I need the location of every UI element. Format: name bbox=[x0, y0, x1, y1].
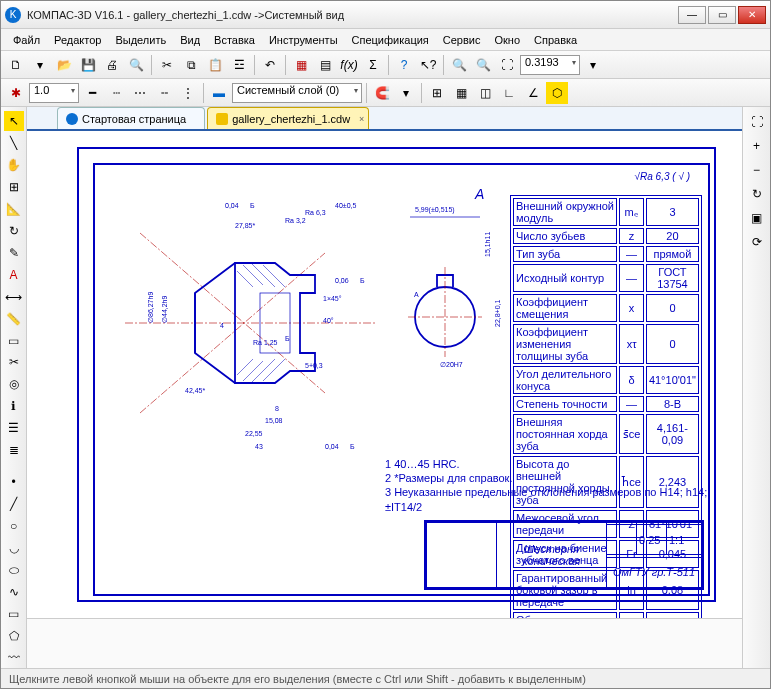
svg-line-7 bbox=[251, 263, 275, 287]
magnet-icon[interactable]: 🧲 bbox=[371, 82, 393, 104]
window-title: КОМПАС-3D V16.1 - gallery_chertezhi_1.cd… bbox=[27, 9, 678, 21]
svg-text:Ra 6,3: Ra 6,3 bbox=[305, 209, 326, 216]
zoom-combo[interactable]: 0.3193 bbox=[520, 55, 580, 75]
minimize-button[interactable]: — bbox=[678, 6, 706, 24]
rect-icon[interactable]: ▭ bbox=[4, 604, 24, 624]
vars-icon[interactable]: ▦ bbox=[290, 54, 312, 76]
menu-help[interactable]: Справка bbox=[528, 32, 583, 48]
refresh-icon[interactable]: ↻ bbox=[4, 221, 24, 241]
tab-start[interactable]: Стартовая страница bbox=[57, 107, 205, 129]
angle-icon[interactable]: ∠ bbox=[522, 82, 544, 104]
new-icon[interactable]: 🗋 bbox=[5, 54, 27, 76]
select-tool-icon[interactable]: ↖ bbox=[4, 111, 24, 131]
table-icon[interactable]: ▤ bbox=[314, 54, 336, 76]
grid-tool-icon[interactable]: ⊞ bbox=[4, 177, 24, 197]
zoom-out-icon[interactable]: 🔍 bbox=[472, 54, 494, 76]
menu-select[interactable]: Выделить bbox=[109, 32, 172, 48]
line-dash-icon[interactable]: ┄ bbox=[105, 82, 127, 104]
arc-icon[interactable]: ◡ bbox=[4, 538, 24, 558]
menu-view[interactable]: Вид bbox=[174, 32, 206, 48]
dropdown-icon[interactable]: ▾ bbox=[29, 54, 51, 76]
layer-combo[interactable]: Системный слой (0) bbox=[232, 83, 362, 103]
circle-icon[interactable]: ○ bbox=[4, 516, 24, 536]
svg-text:Б: Б bbox=[250, 202, 255, 209]
open-icon[interactable]: 📂 bbox=[53, 54, 75, 76]
cursor-icon[interactable]: ↖? bbox=[417, 54, 439, 76]
line-hidden-icon[interactable]: ╌ bbox=[153, 82, 175, 104]
line-solid-icon[interactable]: ━ bbox=[81, 82, 103, 104]
copy-icon[interactable]: ⧉ bbox=[180, 54, 202, 76]
grid-icon[interactable]: ⊞ bbox=[426, 82, 448, 104]
zoom-step-icon[interactable]: ▾ bbox=[582, 54, 604, 76]
zoom-in-icon[interactable]: 🔍 bbox=[448, 54, 470, 76]
svg-text:Б: Б bbox=[360, 277, 365, 284]
print-icon[interactable]: 🖨 bbox=[101, 54, 123, 76]
undo-icon[interactable]: ↶ bbox=[259, 54, 281, 76]
scissors-icon[interactable]: ✂ bbox=[4, 352, 24, 372]
pan-tool-icon[interactable]: ✋ bbox=[4, 155, 24, 175]
tab-close-icon[interactable]: × bbox=[359, 114, 364, 124]
tab-document[interactable]: gallery_chertezhi_1.cdw × bbox=[207, 107, 369, 129]
tab-icon bbox=[216, 113, 228, 125]
line-center-icon[interactable]: ⋯ bbox=[129, 82, 151, 104]
menu-insert[interactable]: Вставка bbox=[208, 32, 261, 48]
target-icon[interactable]: ◎ bbox=[4, 374, 24, 394]
menu-window[interactable]: Окно bbox=[488, 32, 526, 48]
menu-service[interactable]: Сервис bbox=[437, 32, 487, 48]
menu-tools[interactable]: Инструменты bbox=[263, 32, 344, 48]
line-phantom-icon[interactable]: ⋮ bbox=[177, 82, 199, 104]
menu-spec[interactable]: Спецификация bbox=[346, 32, 435, 48]
measure2-icon[interactable]: 📏 bbox=[4, 309, 24, 329]
info-icon[interactable]: ℹ bbox=[4, 396, 24, 416]
cut-icon[interactable]: ✂ bbox=[156, 54, 178, 76]
point-icon[interactable]: • bbox=[4, 472, 24, 492]
report-icon[interactable]: ≣ bbox=[4, 440, 24, 460]
fit-icon[interactable]: ▣ bbox=[746, 207, 768, 229]
magnet-drop-icon[interactable]: ▾ bbox=[395, 82, 417, 104]
zoom-plus-icon[interactable]: + bbox=[746, 135, 768, 157]
frame-icon[interactable]: ▭ bbox=[4, 331, 24, 351]
pencil-icon[interactable]: ✎ bbox=[4, 243, 24, 263]
app-icon: K bbox=[5, 7, 21, 23]
ortho-icon[interactable]: ∟ bbox=[498, 82, 520, 104]
spec-icon[interactable]: ☰ bbox=[4, 418, 24, 438]
layer-value: Системный слой (0) bbox=[237, 84, 339, 96]
layer-icon[interactable]: ▬ bbox=[208, 82, 230, 104]
sigma-icon[interactable]: Σ bbox=[362, 54, 384, 76]
props-icon[interactable]: ☲ bbox=[228, 54, 250, 76]
seg-icon[interactable]: ╱ bbox=[4, 494, 24, 514]
section-view: А 5,99(±0,515) 15,1h11 А 22,8+0,1 bbox=[400, 187, 510, 387]
zoom-region-icon[interactable]: ⛶ bbox=[496, 54, 518, 76]
redraw-icon[interactable]: ⟳ bbox=[746, 231, 768, 253]
menu-file[interactable]: Файл bbox=[7, 32, 46, 48]
snap-icon[interactable]: ◫ bbox=[474, 82, 496, 104]
zoom-all-icon[interactable]: ⛶ bbox=[746, 111, 768, 133]
line-tool-icon[interactable]: ╲ bbox=[4, 133, 24, 153]
close-button[interactable]: ✕ bbox=[738, 6, 766, 24]
svg-text:8: 8 bbox=[275, 405, 279, 412]
linestyle-icon[interactable]: ✱ bbox=[5, 82, 27, 104]
fx-icon[interactable]: f(x) bbox=[338, 54, 360, 76]
lineweight-combo[interactable]: 1.0 bbox=[29, 83, 79, 103]
grid2-icon[interactable]: ▦ bbox=[450, 82, 472, 104]
measure-tool-icon[interactable]: 📐 bbox=[4, 199, 24, 219]
canvas[interactable]: √Ra 6,3 ( √ ) bbox=[27, 131, 742, 618]
poly-icon[interactable]: ⬠ bbox=[4, 626, 24, 646]
ellipse-icon[interactable]: ⬭ bbox=[4, 560, 24, 580]
preview-icon[interactable]: 🔍 bbox=[125, 54, 147, 76]
rotate-icon[interactable]: ↻ bbox=[746, 183, 768, 205]
path-icon[interactable]: 〰 bbox=[4, 648, 24, 668]
dim-icon[interactable]: ⟷ bbox=[4, 287, 24, 307]
menu-edit[interactable]: Редактор bbox=[48, 32, 107, 48]
maximize-button[interactable]: ▭ bbox=[708, 6, 736, 24]
spline-icon[interactable]: ∿ bbox=[4, 582, 24, 602]
toggle-icon[interactable]: ⬡ bbox=[546, 82, 568, 104]
paste-icon[interactable]: 📋 bbox=[204, 54, 226, 76]
svg-text:А: А bbox=[474, 187, 484, 202]
letter-icon[interactable]: A bbox=[4, 265, 24, 285]
drawing-notes: 1 40…45 HRC. 2 *Размеры для справок. 3 Н… bbox=[385, 457, 708, 514]
help-icon[interactable]: ? bbox=[393, 54, 415, 76]
zoom-minus-icon[interactable]: − bbox=[746, 159, 768, 181]
save-icon[interactable]: 💾 bbox=[77, 54, 99, 76]
tab-label: Стартовая страница bbox=[82, 113, 186, 125]
